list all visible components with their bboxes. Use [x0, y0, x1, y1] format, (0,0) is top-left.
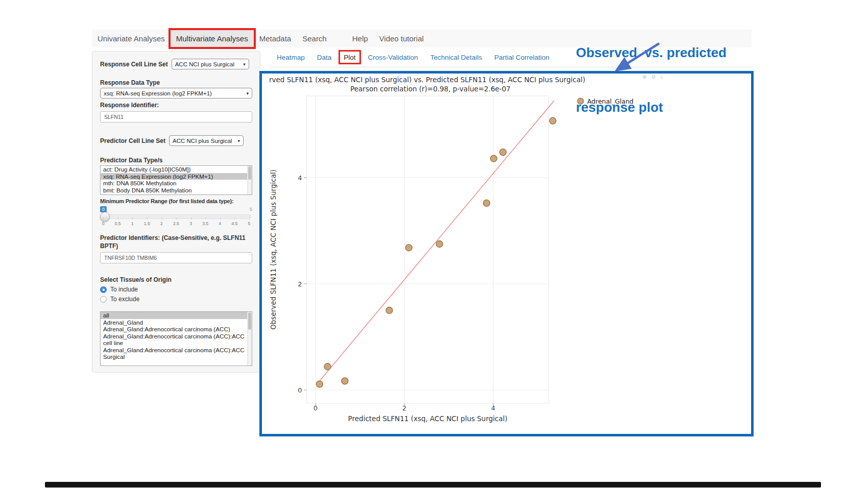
nav-item-univariate-analyses[interactable]: Univariate Analyses [92, 30, 171, 47]
predictor-identifiers-input[interactable] [100, 252, 252, 263]
data-point [483, 200, 490, 206]
listbox-option-all[interactable]: all [101, 312, 252, 319]
nav-item-metadata[interactable]: Metadata [254, 30, 297, 47]
response-data-type-select[interactable]: xsq: RNA-seq Expression (log2 FPKM+1) ▾ [100, 88, 252, 99]
listbox-option-mth-dna-850k-methylation[interactable]: mth: DNA 850K Methylation [101, 180, 252, 187]
x-axis-title: Predicted SLFN11 (xsq, ACC NCI plus Surg… [348, 414, 508, 423]
listbox-option-adrenal-gland[interactable]: Adrenal_Gland [101, 319, 252, 326]
predictor-cell-line-set-select[interactable]: ACC NCI plus Surgical ▾ [169, 135, 244, 146]
data-point [500, 149, 507, 156]
radio-label-to-include: To include [110, 286, 138, 293]
nav-item-video-tutorial[interactable]: Video tutorial [374, 30, 429, 47]
x-tick-label: 0 [314, 404, 318, 412]
tissue-origin-radio-group: To includeTo exclude [100, 286, 252, 303]
slider-tick-label: 3.5 [202, 221, 208, 226]
predictor-data-types-label: Predictor Data Type/s [100, 157, 252, 164]
slider-tick-label: 4 [218, 221, 222, 226]
tissue-listbox: allAdrenal_GlandAdrenal_Gland:Adrenocort… [100, 311, 252, 366]
nav-item-multivariate-analyses[interactable]: Multivariate Analyses [171, 30, 254, 47]
tab-plot[interactable]: Plot [344, 54, 355, 61]
slider-tick-label: 0.5 [115, 221, 121, 226]
tissue-radio-row-to-exclude: To exclude [100, 296, 252, 303]
plot-title: rved SLFN11 (xsq, ACC NCI plus Surgical)… [269, 76, 585, 84]
bottom-bar [45, 482, 821, 487]
radio-to-exclude[interactable] [100, 296, 107, 303]
slider-tick-label: 4.5 [231, 221, 237, 226]
tab-heatmap[interactable]: Heatmap [277, 54, 305, 61]
sidebar-panel: Response Cell Line Set ACC NCI plus Surg… [92, 51, 260, 373]
select-value: xsq: RNA-seq Expression (log2 FPKM+1) [104, 90, 212, 96]
response-data-type-label: Response Data Type [100, 79, 252, 86]
listbox-option-xsq-rna-seq-expression-log2-fpkm-1[interactable]: xsq: RNA-seq Expression (log2 FPKM+1) [101, 173, 252, 180]
annotation-arrow-icon [609, 41, 666, 74]
chevron-down-icon: ▾ [243, 62, 246, 67]
slider-tick-label: 2 [159, 221, 163, 226]
nav-item-help[interactable]: Help [347, 30, 374, 47]
slider-handle[interactable] [100, 212, 110, 222]
radio-label-to-exclude: To exclude [110, 296, 139, 303]
slider-tick-label: 2.5 [173, 221, 179, 226]
annotation-text: Observed vs. predicted response plot [576, 7, 727, 154]
response-cell-line-set-label: Response Cell Line Set [100, 61, 168, 68]
listbox-option-bmt-body-dna-850k-methylation[interactable]: bmt: Body DNA 850K Methylation [101, 187, 252, 194]
select-value: ACC NCI plus Surgical [175, 61, 234, 67]
y-axis-title: Observed SLFN11 (xsq, ACC NCI plus Surgi… [269, 169, 277, 330]
data-point [316, 381, 323, 387]
slider-ticks: 00.511.522.533.544.55 [101, 221, 251, 226]
data-point [386, 307, 393, 314]
tab-cross-validation[interactable]: Cross-Validation [368, 54, 418, 61]
response-cell-line-set-select[interactable]: ACC NCI plus Surgical ▾ [172, 59, 249, 69]
tissue-origin-label: Select Tissue/s of Origin [100, 276, 252, 283]
tab-technical-details[interactable]: Technical Details [430, 54, 482, 61]
tissue-radio-row-to-include: To include [100, 286, 252, 293]
listbox-option-adrenal-gland-adrenocortical-carcinoma-acc[interactable]: Adrenal_Gland:Adrenocortical carcinoma (… [101, 326, 252, 333]
predictor-identifiers-label: Predictor Identifiers: (Case-Sensitive, … [100, 234, 252, 250]
result-tabs: HeatmapDataPlotCross-ValidationTechnical… [277, 54, 549, 61]
predictor-cell-line-set-label: Predictor Cell Line Set [100, 137, 165, 144]
slider-tick-label: 0 [101, 221, 105, 226]
y-tick-label: 0 [298, 386, 302, 394]
slider-tick-label: 1 [130, 221, 134, 226]
x-tick-label: 4 [491, 404, 495, 412]
data-point [436, 241, 443, 248]
response-identifier-label: Response Identifier: [100, 102, 252, 109]
min-predictor-range-slider: 0 5 00.511.522.533.544.55 [100, 206, 252, 230]
slider-tick-label: 5 [247, 221, 251, 226]
annotation-line2: response plot [576, 99, 727, 117]
data-point [324, 363, 331, 370]
y-tick-label: 4 [298, 174, 302, 182]
data-point [342, 378, 348, 384]
slider-tick-label: 3 [189, 221, 193, 226]
scrollbar[interactable] [247, 312, 252, 365]
plot-area [307, 96, 549, 403]
slider-tick-label: 1.5 [144, 221, 150, 226]
slider-max-label: 5 [250, 207, 252, 212]
radio-to-include-selected[interactable] [100, 286, 107, 293]
nav-item-search[interactable]: Search [297, 30, 332, 47]
x-tick-label: 2 [402, 404, 406, 412]
min-predictor-range-label: Minimum Predictor Range (for first liste… [100, 198, 252, 204]
data-point [490, 155, 497, 162]
app-canvas: Univariate AnalysesMultivariate Analyses… [0, 0, 868, 488]
plot-subtitle: Pearson correlation (r)=0.98, p-value=2.… [350, 85, 511, 93]
y-tick-label: 2 [298, 280, 302, 288]
listbox-option-adrenal-gland-adrenocortical-carcinoma-acc-acc-cell-line[interactable]: Adrenal_Gland:Adrenocortical carcinoma (… [101, 333, 252, 347]
chevron-down-icon: ▾ [238, 138, 240, 143]
data-point [549, 117, 556, 124]
listbox-option-act-drug-activity-log10-ic50m[interactable]: act: Drug Activity (-log10[IC50M]) [101, 166, 252, 173]
tab-partial-correlation[interactable]: Partial Correlation [494, 54, 549, 61]
chevron-down-icon: ▾ [246, 91, 249, 96]
predictor-data-type-listbox: act: Drug Activity (-log10[IC50M])xsq: R… [100, 165, 252, 195]
select-value: ACC NCI plus Surgical [173, 138, 232, 144]
response-identifier-input[interactable] [100, 111, 252, 123]
scrollbar[interactable] [247, 166, 252, 194]
tab-data[interactable]: Data [317, 54, 332, 61]
listbox-option-adrenal-gland-adrenocortical-carcinoma-acc-acc-surgical[interactable]: Adrenal_Gland:Adrenocortical carcinoma (… [101, 347, 252, 360]
data-point [405, 245, 412, 251]
